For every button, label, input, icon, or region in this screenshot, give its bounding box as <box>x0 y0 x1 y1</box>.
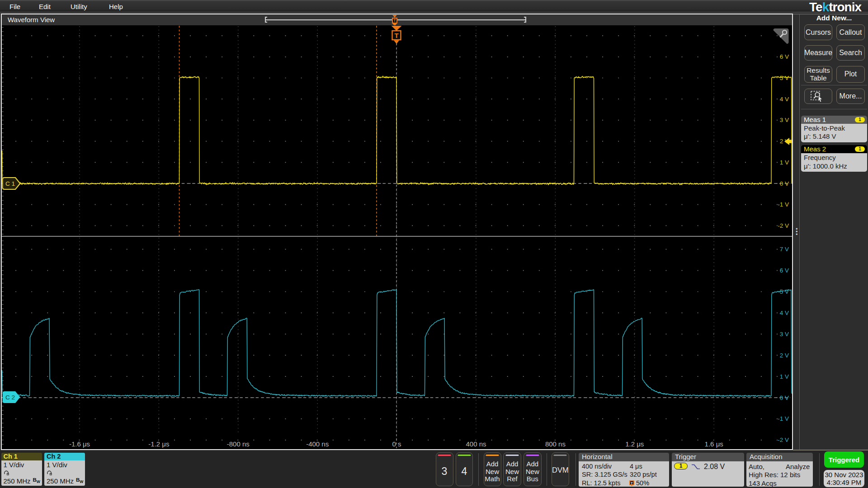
svg-text:1.2 μs: 1.2 μs <box>625 440 644 448</box>
svg-text:-400 ns: -400 ns <box>306 440 329 448</box>
svg-text:4 V: 4 V <box>780 96 789 103</box>
svg-text:400 ns: 400 ns <box>466 440 486 448</box>
svg-text:800 ns: 800 ns <box>545 440 566 448</box>
svg-text:T: T <box>394 32 398 39</box>
svg-text:-2 V: -2 V <box>778 222 789 229</box>
svg-text:6 V: 6 V <box>780 267 789 274</box>
svg-text:0 V: 0 V <box>780 180 789 187</box>
svg-text:4 V: 4 V <box>780 310 789 316</box>
svg-text:3 V: 3 V <box>780 117 789 123</box>
svg-text:-1 V: -1 V <box>778 415 789 422</box>
svg-text:T: T <box>631 481 633 485</box>
svg-text:1 V: 1 V <box>780 373 789 380</box>
svg-text:5 V: 5 V <box>780 288 789 295</box>
svg-text:0 V: 0 V <box>780 394 789 401</box>
svg-text:-2 V: -2 V <box>778 436 789 443</box>
svg-text:-1 V: -1 V <box>778 201 789 208</box>
svg-text:C 1: C 1 <box>5 180 15 187</box>
svg-text:-800 ns: -800 ns <box>227 440 250 448</box>
svg-text:2 V: 2 V <box>780 352 789 359</box>
svg-text:0 s: 0 s <box>392 440 401 448</box>
svg-text:1.6 μs: 1.6 μs <box>705 440 723 448</box>
svg-text:C 2: C 2 <box>5 394 15 401</box>
svg-text:-1.6 μs: -1.6 μs <box>69 440 90 448</box>
svg-text:-1.2 μs: -1.2 μs <box>148 440 169 448</box>
svg-text:6 V: 6 V <box>780 53 789 60</box>
svg-text:7 V: 7 V <box>780 246 789 253</box>
svg-text:3 V: 3 V <box>780 331 789 338</box>
svg-text:5 V: 5 V <box>780 75 789 81</box>
svg-text:1 V: 1 V <box>780 159 789 166</box>
